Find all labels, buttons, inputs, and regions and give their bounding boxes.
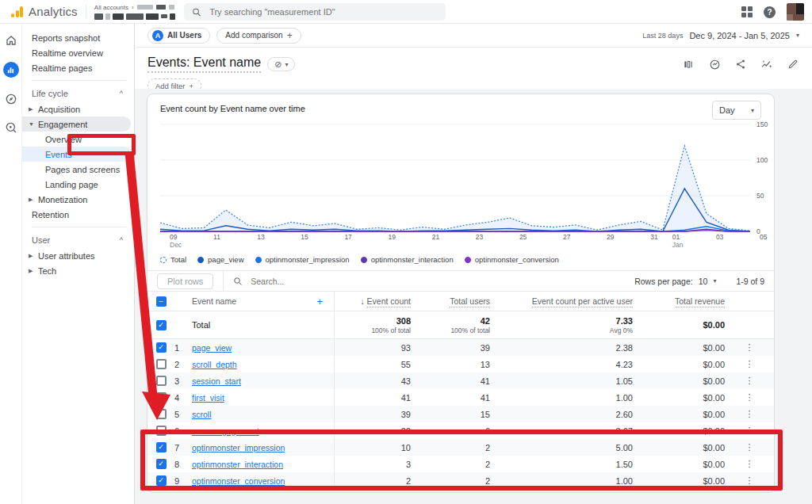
row-checkbox[interactable]: ✓ [156,376,167,386]
event-name-link[interactable]: page_view [192,343,232,353]
column-event-count-per-active-user[interactable]: Event count per active user [490,296,633,306]
table-row[interactable]: ✓ 1 page_view 93 39 2.38 $0.00 ⋮ [147,339,774,356]
row-menu-kebab-icon[interactable]: ⋮ [725,426,774,436]
avatar[interactable] [787,3,804,21]
row-menu-kebab-icon[interactable]: ⋮ [725,376,774,386]
plot-rows-button[interactable]: Plot rows [157,273,213,289]
explore-icon[interactable] [4,92,18,106]
event-name-link[interactable]: first_visit [192,393,224,403]
revenue-cell: $0.00 [633,360,725,369]
search-input[interactable] [208,6,438,17]
sidebar-item-acquisition[interactable]: ▶ Acquisition [22,101,134,116]
granularity-select[interactable]: Day ▾ [712,101,761,120]
total-revenue: $0.00 [703,320,725,330]
sidebar-item-retention[interactable]: Retention [22,207,134,222]
insights-time-icon[interactable] [708,58,721,71]
table-row[interactable]: ✓ 2 scroll_depth 55 13 4.23 $0.00 ⋮ [147,356,774,372]
row-checkbox[interactable]: ✓ [156,392,167,403]
event-name-link[interactable]: scroll [192,410,212,419]
section-header-user[interactable]: User ^ [22,232,134,248]
row-menu-kebab-icon[interactable]: ⋮ [725,409,774,419]
event-name-link[interactable]: optinmonster_interaction [192,460,283,469]
row-checkbox[interactable]: ✓ [156,459,167,469]
add-comparison-chip[interactable]: Add comparison + [216,28,301,44]
edit-report-icon[interactable] [787,58,799,71]
row-checkbox[interactable]: ✓ [156,426,167,436]
column-total-revenue[interactable]: Total revenue [633,296,725,306]
event-name-link[interactable]: user_engagement [192,426,259,436]
help-icon[interactable]: ? [764,6,776,18]
sidebar-item-pages-and-screens[interactable]: Pages and screens [22,162,134,177]
sidebar-item-realtime-overview[interactable]: Realtime overview [22,45,134,60]
row-checkbox[interactable]: ✓ [156,475,167,486]
dimension-filter-pill[interactable]: ⊘ ▾ [267,57,295,71]
table-row[interactable]: ✓ 9 optinmonster_conversion 2 2 1.00 $0.… [147,472,774,489]
column-total-users[interactable]: Total users [411,296,490,306]
sidebar-item-reports-snapshot[interactable]: Reports snapshot [22,30,134,45]
table-row[interactable]: ✓ 5 scroll 39 15 2.60 $0.00 ⋮ [147,406,774,422]
column-event-name[interactable]: Event name [192,296,236,306]
share-icon[interactable] [734,58,747,71]
analytics-logo-icon[interactable] [11,6,23,17]
table-row[interactable]: ✓ 3 session_start 43 41 1.05 $0.00 ⋮ [147,372,774,389]
row-checkbox[interactable]: ✓ [156,442,167,452]
revenue-cell: $0.00 [633,460,725,469]
select-all-checkbox[interactable]: – [156,296,167,307]
event-name-link[interactable]: scroll_depth [192,360,237,369]
table-row[interactable]: ✓ 8 optinmonster_interaction 3 2 1.50 $0… [147,456,774,472]
sidebar-item-landing-page[interactable]: Landing page [22,177,134,192]
sidebar-item-user-attributes[interactable]: ▶ User attributes [22,248,134,263]
section-header-lifecycle[interactable]: Life cycle ^ [22,86,134,101]
row-menu-kebab-icon[interactable]: ⋮ [725,342,774,353]
global-search[interactable] [184,3,446,21]
analytics-intelligence-icon[interactable] [760,58,773,71]
caret-down-icon[interactable]: ▾ [796,32,799,39]
advertising-icon[interactable] [4,120,18,135]
table-row[interactable]: ✓ 6 user_engagement 22 6 3.67 $0.00 ⋮ [147,422,774,439]
per-active-cell: 1.50 [490,460,633,469]
chart-legend: Total page_view optinmonster_impression … [147,252,774,270]
table-controls: Plot rows Rows per page: 10 ▾ 1-9 of 9 [147,270,774,292]
y-axis-labels: 050100150 [756,124,775,231]
sidebar-item-tech[interactable]: ▶ Tech [22,263,134,278]
sidebar-item-realtime-pages[interactable]: Realtime pages [22,60,134,75]
all-users-chip[interactable]: A All Users [147,28,210,44]
row-checkbox[interactable]: ✓ [156,342,167,353]
redacted-property-name [94,13,103,20]
row-menu-kebab-icon[interactable]: ⋮ [725,475,774,486]
add-dimension-icon[interactable]: + [316,296,323,307]
report-title-row: Events: Event name ⊘ ▾ [135,52,812,76]
sidebar-item-events[interactable]: Events [22,147,131,162]
collapse-icon[interactable]: ^ [120,90,123,97]
row-menu-kebab-icon[interactable]: ⋮ [725,459,774,469]
total-users-cell: 6 [411,426,490,436]
row-menu-kebab-icon[interactable]: ⋮ [725,359,774,369]
caret-down-icon[interactable]: ▾ [713,277,716,284]
report-nav-sidebar: Reports snapshot Realtime overview Realt… [22,24,135,504]
reports-icon[interactable] [3,62,19,78]
table-search-input[interactable] [249,276,408,287]
row-checkbox[interactable]: ✓ [156,320,167,330]
account-switcher[interactable]: All accounts › [94,4,175,20]
sidebar-item-engagement[interactable]: ▼ Engagement [22,116,131,132]
event-name-link[interactable]: optinmonster_impression [192,443,285,452]
date-range[interactable]: Dec 9, 2024 - Jan 5, 2025 [689,31,790,40]
row-menu-kebab-icon[interactable]: ⋮ [725,442,774,452]
google-apps-icon[interactable] [741,6,753,17]
rows-per-page-value[interactable]: 10 [699,277,708,286]
row-index: 6 [174,426,192,436]
row-checkbox[interactable]: ✓ [156,359,167,369]
sidebar-item-overview[interactable]: Overview [22,132,134,147]
table-row[interactable]: ✓ 7 optinmonster_impression 10 2 5.00 $0… [147,439,774,456]
home-icon[interactable] [4,33,18,48]
row-checkbox[interactable]: ✓ [156,409,167,419]
chart-toggle-icon[interactable] [682,58,695,71]
table-search[interactable] [233,276,634,287]
column-event-count[interactable]: ↓ Event count [335,296,411,306]
event-name-link[interactable]: session_start [192,376,241,386]
collapse-icon[interactable]: ^ [120,236,123,244]
event-name-link[interactable]: optinmonster_conversion [192,476,285,486]
sidebar-item-monetization[interactable]: ▶ Monetization [22,192,134,207]
row-menu-kebab-icon[interactable]: ⋮ [725,392,774,403]
table-row[interactable]: ✓ 4 first_visit 41 41 1.00 $0.00 ⋮ [147,389,774,406]
